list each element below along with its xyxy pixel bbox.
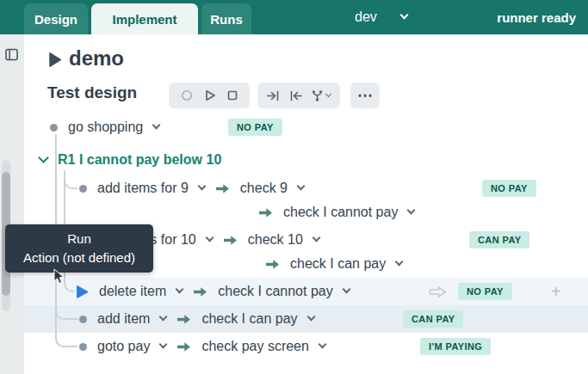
chevron-down-icon[interactable] bbox=[159, 313, 168, 322]
tree-row-r1-group: R1 I cannot pay below 10 bbox=[0, 146, 588, 174]
chevron-down-icon[interactable] bbox=[176, 285, 184, 294]
tooltip-title: Run bbox=[12, 230, 146, 248]
run-tooltip: Run Action (not defined) bbox=[5, 224, 153, 273]
run-step-button[interactable] bbox=[76, 285, 89, 299]
tab-implement[interactable]: Implement bbox=[91, 3, 198, 34]
page-title: demo bbox=[69, 46, 124, 71]
model-play-icon[interactable] bbox=[48, 52, 62, 71]
run-to-start-button[interactable] bbox=[289, 90, 302, 101]
step-bullet-icon bbox=[50, 124, 58, 132]
status-badge: CAN PAY bbox=[403, 310, 463, 328]
step-label[interactable]: goto pay bbox=[97, 339, 150, 354]
environment-selector[interactable]: dev bbox=[355, 0, 407, 34]
tab-runs-label: Runs bbox=[210, 12, 243, 27]
add-step-button[interactable]: + bbox=[551, 282, 561, 302]
runner-status: runner ready bbox=[497, 0, 576, 34]
environment-label: dev bbox=[355, 9, 377, 25]
check-label[interactable]: check 9 bbox=[240, 181, 288, 196]
step-label[interactable]: add item bbox=[97, 311, 150, 327]
tab-design[interactable]: Design bbox=[24, 3, 88, 34]
chevron-down-icon[interactable] bbox=[342, 285, 350, 294]
status-badge: NO PAY bbox=[228, 119, 282, 136]
check-label[interactable]: check I can pay bbox=[201, 311, 297, 327]
check-label[interactable]: check 10 bbox=[248, 232, 303, 248]
run-controls-group bbox=[169, 83, 250, 108]
collapse-group-icon[interactable] bbox=[38, 152, 49, 163]
collapse-panel-icon[interactable] bbox=[5, 48, 18, 64]
check-label[interactable]: check I cannot pay bbox=[218, 284, 332, 299]
section-title: Test design bbox=[47, 83, 137, 102]
tree-row-check-i-cannot-pay: check I cannot pay bbox=[0, 199, 588, 226]
check-label[interactable]: check pay screen bbox=[201, 339, 309, 354]
chevron-down-icon[interactable] bbox=[152, 121, 161, 130]
then-arrow-icon bbox=[215, 183, 230, 194]
then-arrow-icon bbox=[265, 259, 280, 270]
chevron-down-icon[interactable] bbox=[205, 234, 214, 242]
record-button[interactable] bbox=[181, 89, 193, 101]
chevron-down-icon[interactable] bbox=[407, 206, 416, 215]
step-bullet-icon bbox=[79, 343, 87, 351]
tab-implement-label: Implement bbox=[112, 12, 176, 27]
then-arrow-icon bbox=[176, 314, 191, 325]
then-arrow-icon bbox=[223, 235, 238, 246]
run-to-end-button[interactable] bbox=[267, 90, 280, 101]
mouse-cursor bbox=[53, 268, 65, 288]
then-arrow-icon bbox=[258, 207, 273, 218]
tab-design-label: Design bbox=[34, 12, 77, 27]
chevron-down-icon[interactable] bbox=[197, 182, 206, 191]
tab-runs[interactable]: Runs bbox=[201, 3, 251, 34]
tooltip-subtitle: Action (not defined) bbox=[12, 248, 146, 267]
chevron-down-icon[interactable] bbox=[297, 182, 306, 191]
play-button[interactable] bbox=[205, 89, 216, 101]
branch-mode-button[interactable] bbox=[311, 89, 331, 101]
chevron-down-icon[interactable] bbox=[159, 340, 168, 349]
then-arrow-icon bbox=[176, 341, 191, 353]
status-badge: I'M PAYING bbox=[420, 338, 491, 355]
group-label[interactable]: R1 I cannot pay below 10 bbox=[58, 152, 221, 168]
chevron-down-icon[interactable] bbox=[306, 313, 315, 322]
check-label[interactable]: check I can pay bbox=[290, 256, 386, 272]
step-bullet-icon bbox=[79, 185, 87, 193]
step-label[interactable]: delete item bbox=[99, 284, 166, 299]
step-label[interactable]: go shopping bbox=[68, 120, 143, 135]
tree-row-goto-pay: goto pay check pay screen I'M PAYING bbox=[0, 333, 588, 360]
tree-row-go-shopping: go shopping NO PAY bbox=[0, 113, 588, 141]
check-label[interactable]: check I cannot pay bbox=[283, 205, 398, 220]
then-arrow-icon bbox=[193, 286, 207, 297]
stop-button[interactable] bbox=[227, 90, 238, 101]
status-badge: NO PAY bbox=[458, 283, 512, 300]
left-rail bbox=[0, 34, 24, 374]
chevron-down-icon[interactable] bbox=[318, 340, 326, 349]
chevron-down-icon[interactable] bbox=[312, 234, 320, 242]
chevron-down-icon bbox=[399, 11, 408, 20]
top-bar: Design Implement Runs dev runner ready bbox=[0, 0, 588, 34]
tree-row-delete-item: delete item check I cannot pay NO PAY + bbox=[0, 278, 588, 305]
step-bullet-icon bbox=[79, 316, 87, 323]
chevron-down-icon bbox=[325, 91, 331, 97]
status-badge: CAN PAY bbox=[469, 231, 529, 248]
tree-row-add-item: add item check I can pay CAN PAY bbox=[0, 305, 588, 333]
runner-status-label: runner ready bbox=[497, 10, 576, 25]
more-options-button[interactable]: ⋯ bbox=[350, 83, 380, 108]
step-label[interactable]: add items for 9 bbox=[97, 181, 189, 196]
chevron-down-icon[interactable] bbox=[395, 258, 404, 267]
add-check-arrow-icon bbox=[429, 285, 447, 298]
status-badge: NO PAY bbox=[482, 180, 536, 197]
step-controls-group bbox=[257, 83, 340, 108]
